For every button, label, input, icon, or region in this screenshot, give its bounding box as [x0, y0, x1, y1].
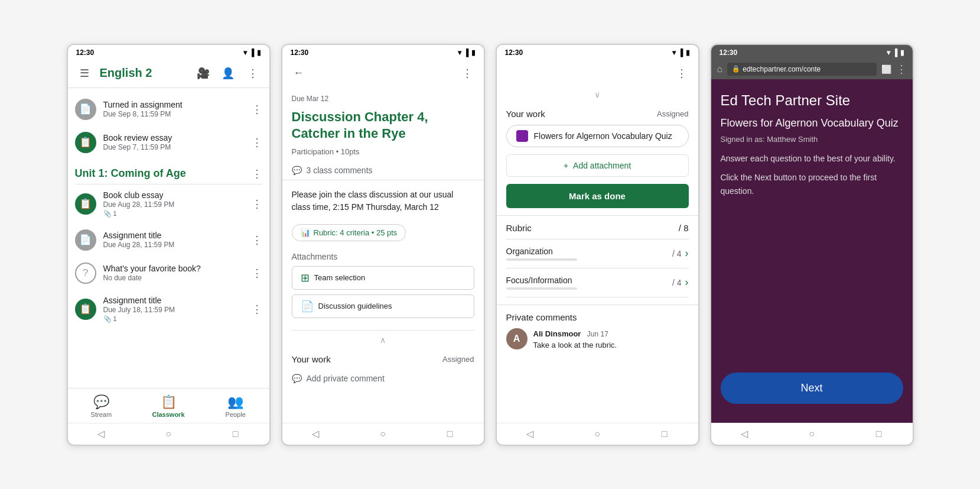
phone-screen-4: 12:30 ▾ ▐ ▮ ⌂ 🔒 edtechpartner.com/conte … — [710, 44, 914, 446]
url-bar[interactable]: 🔒 edtechpartner.com/conte — [727, 63, 876, 76]
back-btn-4[interactable]: ◁ — [736, 428, 753, 440]
next-button[interactable]: Next — [721, 373, 903, 404]
web-instruction-1: Answer each question to the best of your… — [721, 152, 903, 165]
rubric-score-2: / 4 › — [672, 276, 689, 289]
nav-people[interactable]: 👥 People — [202, 392, 269, 420]
more-vert-icon-1[interactable]: ⋮ — [243, 64, 262, 83]
battery-icon-4: ▮ — [900, 48, 904, 57]
back-btn-2[interactable]: ◁ — [307, 428, 324, 440]
doc-icon: 📄 — [75, 99, 96, 120]
description-text: Please join the class discussion at our … — [282, 180, 484, 222]
assignment-due: No due date — [103, 274, 245, 282]
more-vert-icon[interactable]: ⋮ — [252, 267, 262, 280]
wifi-icon-4: ▾ — [887, 48, 890, 57]
signal-icon: ▐ — [249, 48, 255, 57]
android-nav-1: ◁ ○ □ — [68, 423, 269, 445]
rubric-score-1: / 4 › — [672, 247, 689, 260]
quiz-chip[interactable]: Flowers for Algernon Vocabulary Quiz — [506, 125, 689, 147]
web-content: Ed Tech Partner Site Flowers for Algerno… — [711, 79, 913, 361]
comment-date: Jun 17 — [587, 330, 608, 338]
phone-screen-2: 12:30 ▾ ▐ ▮ ← ⋮ Due Mar 12 Discussion Ch… — [281, 44, 485, 446]
nav-classwork[interactable]: 📋 Classwork — [135, 392, 202, 420]
list-item[interactable]: 📋 Assignment title Due July 18, 11:59 PM… — [68, 290, 269, 329]
more-vert-icon[interactable]: ⋮ — [252, 303, 262, 316]
more-vert-icon[interactable]: ⋮ — [252, 136, 262, 149]
recents-btn-2[interactable]: □ — [442, 428, 458, 440]
your-work-bar: Your work Assigned — [282, 347, 484, 369]
recents-btn-4[interactable]: □ — [871, 428, 887, 440]
swipe-up-arrow: ∧ — [380, 335, 386, 345]
back-btn-1[interactable]: ◁ — [93, 428, 109, 440]
rubric-label: Rubric — [506, 223, 532, 233]
web-site-title: Ed Tech Partner Site — [721, 91, 903, 109]
rubric-row-2[interactable]: Focus/Information / 4 › — [506, 268, 689, 297]
browser-home-icon[interactable]: ⌂ — [717, 64, 723, 75]
attachment-badge: 📎 1 — [103, 210, 245, 218]
assignment-due: Due Aug 28, 11:59 PM 📎 1 — [103, 200, 245, 218]
home-btn-3[interactable]: ○ — [589, 428, 605, 440]
list-item[interactable]: ? What's your favorite book? No due date… — [68, 257, 269, 290]
add-attachment-btn[interactable]: + Add attachment — [506, 154, 689, 177]
android-nav-4: ◁ ○ □ — [711, 423, 913, 445]
classwork-nav-icon: 📋 — [161, 394, 177, 410]
attachment-chip-2[interactable]: 📄 Discussion guidelines — [292, 294, 474, 318]
assignment-icon: 📋 — [75, 193, 96, 215]
classwork-nav-label: Classwork — [152, 411, 184, 418]
assignment-title: Turned in assignment — [103, 100, 245, 109]
rubric-row-1[interactable]: Organization / 4 › — [506, 239, 689, 268]
assignment-text: Turned in assignment Due Sep 8, 11:59 PM — [103, 100, 245, 118]
web-instruction-2: Click the Next button to proceed to the … — [721, 171, 903, 197]
assignment-list: 📄 Turned in assignment Due Sep 8, 11:59 … — [68, 88, 269, 388]
status-time-1: 12:30 — [76, 48, 95, 57]
comment-input-area[interactable]: 💬 Add private comment — [282, 369, 484, 388]
status-time-4: 12:30 — [719, 48, 738, 57]
mark-done-button[interactable]: Mark as done — [506, 184, 689, 208]
recents-btn-1[interactable]: □ — [227, 428, 244, 440]
app-title: English 2 — [100, 66, 188, 80]
browser-more-icon[interactable]: ⋮ — [896, 63, 907, 76]
more-vert-section-icon[interactable]: ⋮ — [252, 167, 262, 180]
rubric-chip[interactable]: 📊 Rubric: 4 criteria • 25 pts — [292, 224, 406, 241]
screen3-scroll: Your work Assigned Flowers for Algernon … — [497, 102, 698, 423]
status-bar-2: 12:30 ▾ ▐ ▮ — [282, 45, 484, 59]
more-vert-icon[interactable]: ⋮ — [252, 197, 262, 211]
home-btn-4[interactable]: ○ — [803, 428, 820, 440]
work-section: Your work Assigned Flowers for Algernon … — [497, 102, 698, 215]
assignment-title: Book club essay — [103, 190, 245, 200]
more-vert-icon[interactable]: ⋮ — [252, 234, 262, 247]
home-btn-1[interactable]: ○ — [160, 428, 177, 440]
back-arrow-icon[interactable]: ← — [289, 64, 308, 83]
quiz-color-dot — [516, 130, 528, 142]
list-item[interactable]: 📋 Book review essay Due Sep 7, 11:59 PM … — [68, 126, 269, 159]
list-item[interactable]: 📄 Assignment title Due Aug 28, 11:59 PM … — [68, 224, 269, 257]
video-icon[interactable]: 🎥 — [194, 64, 213, 83]
rubric-section: Rubric / 8 Organization / 4 › Focus/ — [497, 216, 698, 305]
more-vert-icon[interactable]: ⋮ — [252, 103, 262, 116]
chevron-right-1: › — [685, 247, 689, 260]
rubric-name-1: Organization — [506, 247, 577, 256]
list-item[interactable]: 📋 Book club essay Due Aug 28, 11:59 PM 📎… — [68, 184, 269, 224]
next-btn-container: Next — [711, 361, 913, 423]
web-quiz-title: Flowers for Algernon Vocabulary Quiz — [721, 116, 903, 130]
assignment-title: What's your favorite book? — [103, 264, 245, 273]
attachment-chip-1[interactable]: ⊞ Team selection — [292, 266, 474, 290]
back-btn-3[interactable]: ◁ — [522, 428, 538, 440]
home-btn-2[interactable]: ○ — [375, 428, 391, 440]
assignment-icon: 📋 — [75, 299, 96, 320]
android-nav-2: ◁ ○ □ — [282, 423, 484, 445]
rubric-chip-icon: 📊 — [301, 228, 310, 237]
tabs-icon[interactable]: ⬜ — [881, 64, 891, 74]
recents-btn-3[interactable]: □ — [656, 428, 673, 440]
your-work-label-3: Your work — [506, 109, 545, 119]
attachments-label: Attachments — [292, 252, 474, 261]
more-vert-3-icon[interactable]: ⋮ — [672, 64, 691, 83]
chevron-right-2: › — [685, 276, 689, 289]
menu-icon[interactable]: ☰ — [75, 64, 94, 83]
attachment1-icon: ⊞ — [301, 271, 310, 284]
more-vert-detail-icon[interactable]: ⋮ — [458, 64, 477, 83]
list-item[interactable]: 📄 Turned in assignment Due Sep 8, 11:59 … — [68, 93, 269, 126]
add-person-icon[interactable]: 👤 — [219, 64, 237, 83]
battery-icon-2: ▮ — [471, 48, 476, 57]
divider — [292, 330, 474, 331]
nav-stream[interactable]: 💬 Stream — [68, 392, 135, 420]
